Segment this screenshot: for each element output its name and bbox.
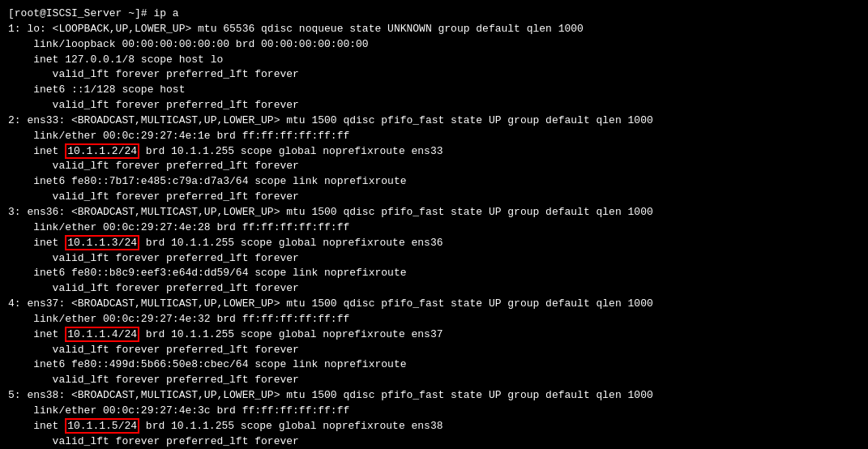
line-ens33-valid1: valid_lft forever preferred_lft forever [8, 159, 860, 174]
line-ens33-link: link/ether 00:0c:29:27:4e:1e brd ff:ff:f… [8, 129, 860, 144]
line-ens36-valid2: valid_lft forever preferred_lft forever [8, 281, 860, 297]
line-ens36-valid1: valid_lft forever preferred_lft forever [8, 251, 860, 267]
line-lo-header: 1: lo: <LOOPBACK,UP,LOWER_UP> mtu 65536 … [8, 22, 860, 37]
ip-ens37: 10.1.1.4/24 [65, 327, 139, 342]
line-ens36-link: link/ether 00:0c:29:27:4e:28 brd ff:ff:f… [8, 220, 860, 236]
line-ens37-inet: inet 10.1.1.4/24 brd 10.1.1.255 scope gl… [8, 327, 860, 343]
line-lo-link: link/loopback 00:00:00:00:00:00 brd 00:0… [8, 37, 860, 53]
line-ens33-header: 2: ens33: <BROADCAST,MULTICAST,UP,LOWER_… [8, 113, 860, 129]
line-ens36-inet6: inet6 fe80::b8c9:eef3:e64d:dd59/64 scope… [8, 266, 860, 281]
terminal-output: [root@ISCSI_Server ~]# ip a 1: lo: <LOOP… [8, 6, 860, 449]
line-lo-inet6: inet6 ::1/128 scope host [8, 83, 860, 98]
line-ens38-link: link/ether 00:0c:29:27:4e:3c brd ff:ff:f… [8, 404, 860, 419]
line-ens33-valid2: valid_lft forever preferred_lft forever [8, 190, 860, 205]
line-ens38-inet: inet 10.1.1.5/24 brd 10.1.1.255 scope gl… [8, 419, 860, 434]
line-cmd: [root@ISCSI_Server ~]# ip a [8, 6, 860, 22]
line-ens36-header: 3: ens36: <BROADCAST,MULTICAST,UP,LOWER_… [8, 205, 860, 220]
line-ens37-link: link/ether 00:0c:29:27:4e:32 brd ff:ff:f… [8, 312, 860, 327]
line-ens37-header: 4: ens37: <BROADCAST,MULTICAST,UP,LOWER_… [8, 297, 860, 312]
line-ens38-valid1: valid_lft forever preferred_lft forever [8, 434, 860, 449]
line-ens33-inet6: inet6 fe80::7b17:e485:c79a:d7a3/64 scope… [8, 174, 860, 190]
ip-ens33: 10.1.1.2/24 [65, 143, 139, 159]
line-ens38-header: 5: ens38: <BROADCAST,MULTICAST,UP,LOWER_… [8, 388, 860, 404]
line-lo-valid2: valid_lft forever preferred_lft forever [8, 98, 860, 113]
line-ens37-valid1: valid_lft forever preferred_lft forever [8, 343, 860, 358]
line-ens33-inet: inet 10.1.1.2/24 brd 10.1.1.255 scope gl… [8, 144, 860, 160]
line-lo-inet: inet 127.0.0.1/8 scope host lo [8, 53, 860, 68]
ip-ens38: 10.1.1.5/24 [65, 418, 139, 434]
line-ens37-valid2: valid_lft forever preferred_lft forever [8, 373, 860, 388]
line-ens37-inet6: inet6 fe80::499d:5b66:50e8:cbec/64 scope… [8, 357, 860, 373]
line-ens36-inet: inet 10.1.1.3/24 brd 10.1.1.255 scope gl… [8, 236, 860, 251]
ip-ens36: 10.1.1.3/24 [65, 235, 139, 250]
line-lo-valid1: valid_lft forever preferred_lft forever [8, 67, 860, 83]
